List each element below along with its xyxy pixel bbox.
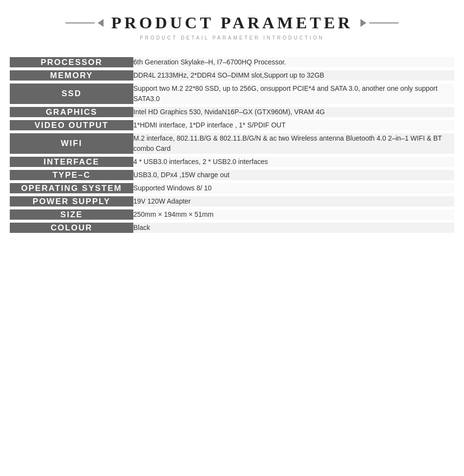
row-value: 250mm × 194mm × 51mm <box>133 209 454 220</box>
table-row: MEMORYDDR4L 2133MHz, 2*DDR4 SO–DIMM slot… <box>10 70 454 81</box>
table-row: OPERATING SYSTEMSupported Windows 8/ 10 <box>10 183 454 193</box>
row-value: 19V 120W Adapter <box>133 196 454 207</box>
page-header: PRODUCT PARAMETER PRODUCT DETAIL PARAMET… <box>10 0 454 49</box>
row-value: Black <box>133 223 454 233</box>
deco-line-left <box>65 22 95 23</box>
row-value: Intel HD Graphics 530, NvidaN16P–GX (GTX… <box>133 107 454 117</box>
table-row: PROCESSOR6th Generation Skylake–H, I7–67… <box>10 57 454 67</box>
row-value: 4 * USB3.0 interfaces, 2 * USB2.0 interf… <box>133 157 454 167</box>
table-row: TYPE–CUSB3.0, DPx4 ,15W charge out <box>10 170 454 180</box>
table-row: COLOURBlack <box>10 223 454 233</box>
row-value: USB3.0, DPx4 ,15W charge out <box>133 170 454 180</box>
page: PRODUCT PARAMETER PRODUCT DETAIL PARAMET… <box>0 0 464 246</box>
row-value: 1*HDMI interface, 1*DP interface , 1* S/… <box>133 120 454 130</box>
left-decoration <box>65 19 104 27</box>
row-value: DDR4L 2133MHz, 2*DDR4 SO–DIMM slot,Suppo… <box>133 70 454 81</box>
page-subtitle: PRODUCT DETAIL PARAMETER INTRODUCTION <box>10 35 454 41</box>
row-value: M.2 interface, 802.11.B/G & 802.11.B/G/N… <box>133 133 454 154</box>
deco-triangle-left <box>98 19 104 27</box>
row-value: Supported Windows 8/ 10 <box>133 183 454 193</box>
row-value: Support two M.2 22*80 SSD, up to 256G, o… <box>133 83 454 104</box>
row-label: OPERATING SYSTEM <box>10 183 133 193</box>
row-label: COLOUR <box>10 223 133 233</box>
row-label: PROCESSOR <box>10 57 133 67</box>
row-label: SIZE <box>10 209 133 220</box>
table-row: INTERFACE4 * USB3.0 interfaces, 2 * USB2… <box>10 157 454 167</box>
row-label: INTERFACE <box>10 157 133 167</box>
table-row: WiFiM.2 interface, 802.11.B/G & 802.11.B… <box>10 133 454 154</box>
deco-triangle-right <box>360 19 366 27</box>
table-row: VIDEO OUTPUT1*HDMI interface, 1*DP inter… <box>10 120 454 130</box>
row-label: WiFi <box>10 133 133 154</box>
table-row: SIZE250mm × 194mm × 51mm <box>10 209 454 220</box>
table-row: POWER SUPPLY19V 120W Adapter <box>10 196 454 207</box>
page-title: PRODUCT PARAMETER <box>10 14 454 32</box>
deco-line-right <box>369 22 399 23</box>
row-label: TYPE–C <box>10 170 133 180</box>
row-value: 6th Generation Skylake–H, I7–6700HQ Proc… <box>133 57 454 67</box>
title-text: PRODUCT PARAMETER <box>111 14 353 32</box>
row-label: POWER SUPPLY <box>10 196 133 207</box>
row-label: SSD <box>10 83 133 104</box>
table-row: SSDSupport two M.2 22*80 SSD, up to 256G… <box>10 83 454 104</box>
row-label: GRAPHICS <box>10 107 133 117</box>
params-table: PROCESSOR6th Generation Skylake–H, I7–67… <box>10 54 454 236</box>
row-label: VIDEO OUTPUT <box>10 120 133 130</box>
row-label: MEMORY <box>10 70 133 81</box>
right-decoration <box>360 19 399 27</box>
table-row: GRAPHICSIntel HD Graphics 530, NvidaN16P… <box>10 107 454 117</box>
